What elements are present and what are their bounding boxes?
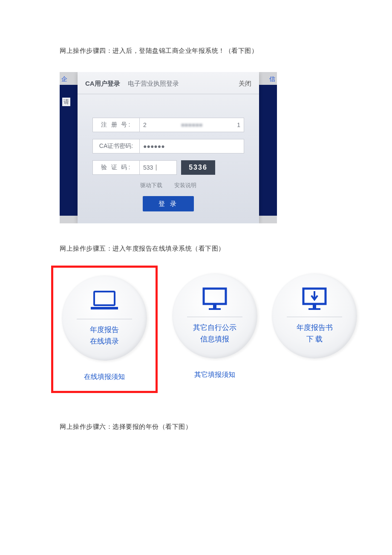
helper-links: 驱动下载 安装说明	[92, 182, 244, 189]
monitor-icon	[201, 287, 228, 311]
annual-report-notice-link[interactable]: 在线填报须知	[84, 373, 125, 382]
row-password: CA证书密码: ●●●●●●	[92, 139, 244, 153]
login-modal: CA用户登录 电子营业执照登录 关闭 注 册 号: 2 ■■■■■■ 1 CA证…	[78, 72, 259, 223]
login-form: 注 册 号: 2 ■■■■■■ 1 CA证书密码: ●●●●●● 验 证 码: …	[78, 94, 259, 216]
close-button[interactable]: 关闭	[239, 80, 251, 88]
reg-prefix: 2	[143, 121, 147, 128]
divider	[187, 317, 242, 317]
step-6-text: 网上操作步骤六：选择要报的年份（看下图）	[60, 423, 332, 431]
download-report-label: 年度报告书 下 载	[297, 322, 333, 345]
svg-rect-3	[213, 305, 216, 308]
side-label-left: 企	[61, 75, 67, 83]
captcha-label: 验 证 码:	[92, 160, 139, 175]
password-label: CA证书密码:	[92, 139, 139, 153]
driver-download-link[interactable]: 驱动下载	[140, 182, 162, 189]
install-guide-link[interactable]: 安装说明	[174, 182, 196, 189]
option-download-report: 年度报告书 下 载	[272, 266, 357, 368]
other-disclosure-label: 其它自行公示 信息填报	[193, 322, 236, 345]
password-value: ●●●●●●	[143, 143, 165, 150]
modal-header: CA用户登录 电子营业执照登录 关闭	[78, 72, 259, 94]
tab-ca-login[interactable]: CA用户登录	[85, 80, 120, 88]
svg-rect-2	[204, 289, 226, 304]
divider	[77, 319, 132, 319]
tab-license-login[interactable]: 电子营业执照登录	[128, 80, 179, 88]
option-annual-report: 年度报告 在线填录 在线填报须知	[51, 266, 158, 393]
options-row: 年度报告 在线填录 在线填报须知 其它自行公示 信息填报 其它填报须知	[60, 273, 332, 393]
step-4-text: 网上操作步骤四：进入后，登陆盘锦工商企业年报系统！（看下图）	[60, 47, 332, 55]
laptop-icon	[89, 289, 120, 313]
svg-rect-1	[91, 307, 118, 309]
download-report-circle[interactable]: 年度报告书 下 载	[272, 273, 357, 358]
svg-rect-4	[209, 308, 221, 310]
side-tag: 请	[62, 98, 70, 106]
svg-rect-0	[94, 292, 115, 305]
annual-report-label: 年度报告 在线填录	[90, 324, 119, 347]
registration-input[interactable]: 2 ■■■■■■ 1	[139, 118, 244, 132]
other-disclosure-notice-link[interactable]: 其它填报须知	[194, 370, 235, 379]
login-button[interactable]: 登 录	[143, 196, 194, 211]
download-monitor-icon	[301, 287, 328, 311]
login-screenshot: 企 信 请 CA用户登录 电子营业执照登录 关闭 注 册 号: 2 ■■■■■■…	[60, 72, 277, 223]
divider	[287, 317, 342, 317]
password-input[interactable]: ●●●●●●	[139, 139, 244, 153]
reg-suffix: 1	[237, 121, 240, 128]
registration-label: 注 册 号:	[92, 118, 139, 132]
captcha-image[interactable]: 5336	[181, 160, 215, 175]
annual-report-circle[interactable]: 年度报告 在线填录	[62, 275, 147, 361]
other-disclosure-circle[interactable]: 其它自行公示 信息填报	[172, 273, 257, 358]
svg-rect-7	[308, 308, 320, 310]
text-cursor-icon	[156, 165, 156, 171]
captcha-typed: 533	[143, 164, 153, 171]
step-5-text: 网上操作步骤五：进入年度报告在线填录系统（看下图）	[60, 245, 332, 253]
captcha-input[interactable]: 533	[139, 160, 177, 175]
row-registration: 注 册 号: 2 ■■■■■■ 1	[92, 118, 244, 132]
reg-masked: ■■■■■■	[149, 121, 234, 128]
svg-rect-6	[313, 305, 316, 308]
side-label-right: 信	[269, 75, 275, 83]
option-other-disclosure: 其它自行公示 信息填报 其它填报须知	[172, 266, 257, 389]
row-captcha: 验 证 码: 533 5336	[92, 160, 244, 175]
